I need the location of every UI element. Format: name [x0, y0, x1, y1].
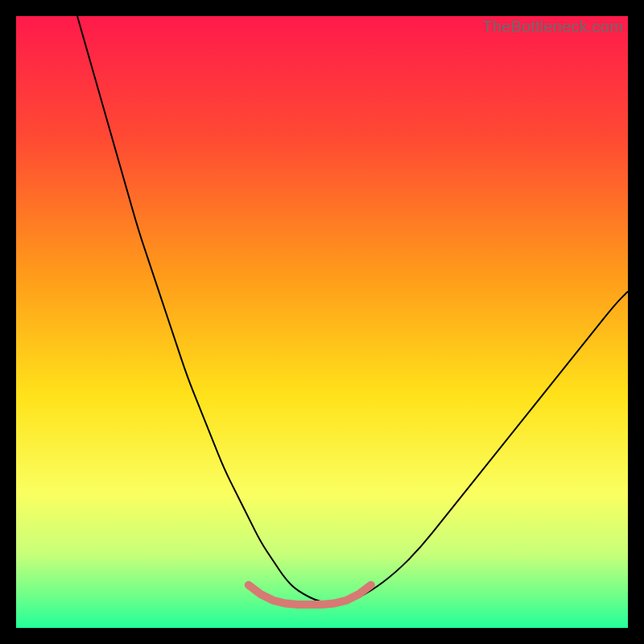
chart-frame: TheBottleneck.com: [16, 16, 628, 628]
watermark-text: TheBottleneck.com: [482, 18, 623, 36]
gradient-background: [16, 16, 628, 628]
bottleneck-chart: [16, 16, 628, 628]
